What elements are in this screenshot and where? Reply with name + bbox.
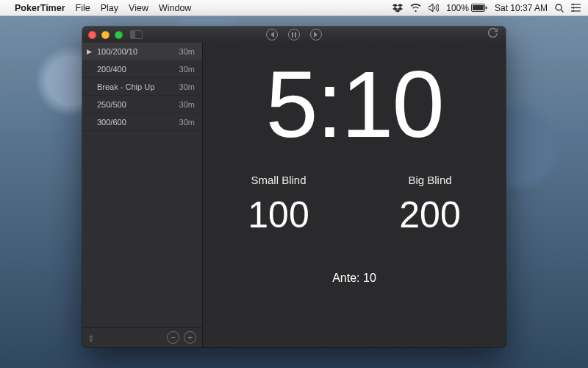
app-menu[interactable]: PokerTimer (15, 3, 65, 13)
level-duration: 30m (179, 82, 195, 91)
window-close-button[interactable] (88, 31, 96, 39)
small-blind-value: 100 (203, 194, 354, 236)
levels-list: ▶ 100/200/10 30m 200/400 30m Break - Chi… (82, 43, 202, 327)
svg-rect-11 (292, 32, 293, 38)
level-label: 100/200/10 (96, 47, 179, 56)
previous-level-button[interactable] (266, 29, 278, 40)
big-blind-label: Big Blind (354, 174, 506, 186)
app-window: ▶ 100/200/10 30m 200/400 30m Break - Chi… (82, 26, 506, 347)
current-level-indicator-icon: ▶ (87, 48, 96, 55)
system-menubar: PokerTimer File Play View Window 100% Sa… (0, 0, 588, 16)
svg-point-10 (573, 10, 574, 12)
level-label: Break - Chip Up (96, 82, 179, 91)
level-label: 250/500 (96, 100, 179, 109)
level-duration: 30m (179, 47, 195, 56)
edit-icon[interactable]: ✎ (85, 333, 97, 346)
notification-center-icon[interactable] (571, 4, 581, 12)
pause-button[interactable] (288, 29, 300, 40)
sidebar-toggle-button[interactable] (130, 30, 143, 39)
level-row[interactable]: Break - Chip Up 30m (82, 78, 202, 96)
level-row[interactable]: 250/500 30m (82, 96, 202, 113)
battery-percent: 100% (446, 3, 469, 13)
level-row[interactable]: ▶ 100/200/10 30m (82, 43, 202, 60)
menu-file[interactable]: File (76, 3, 90, 13)
svg-line-4 (561, 10, 564, 13)
level-duration: 30m (179, 100, 195, 109)
level-label: 300/600 (96, 118, 179, 127)
remove-level-button[interactable]: − (167, 331, 179, 344)
svg-rect-1 (473, 5, 484, 10)
menubar-clock[interactable]: Sat 10:37 AM (495, 3, 548, 13)
svg-rect-12 (295, 32, 296, 38)
level-row[interactable]: 300/600 30m (82, 113, 202, 131)
big-blind-value: 200 (354, 194, 506, 236)
menu-play[interactable]: Play (101, 3, 118, 13)
level-duration: 30m (179, 118, 195, 127)
level-duration: 30m (179, 65, 195, 74)
add-level-button[interactable]: + (184, 331, 196, 344)
dropbox-icon[interactable] (392, 4, 403, 13)
ante-text: Ante: 10 (332, 272, 376, 285)
svg-point-8 (573, 4, 574, 5)
timer-pane: 5:10 Small Blind 100 Big Blind 200 Ante:… (203, 43, 506, 347)
window-minimize-button[interactable] (101, 31, 110, 39)
next-level-button[interactable] (310, 29, 322, 40)
svg-point-3 (556, 4, 562, 10)
window-zoom-button[interactable] (115, 31, 123, 39)
sidebar-footer: ✎ − + (82, 327, 202, 347)
spotlight-icon[interactable] (555, 4, 564, 13)
level-label: 200/400 (96, 65, 179, 74)
menu-window[interactable]: Window (159, 3, 191, 13)
countdown-clock: 5:10 (265, 57, 442, 152)
levels-sidebar: ▶ 100/200/10 30m 200/400 30m Break - Chi… (82, 43, 203, 347)
reset-button[interactable] (487, 28, 498, 42)
battery-indicator[interactable]: 100% (446, 3, 487, 13)
small-blind-label: Small Blind (203, 174, 354, 186)
window-titlebar[interactable] (82, 26, 506, 43)
svg-rect-2 (485, 7, 487, 10)
wifi-icon[interactable] (410, 4, 421, 12)
menu-view[interactable]: View (129, 3, 148, 13)
volume-icon[interactable] (429, 4, 439, 12)
svg-point-9 (573, 7, 574, 8)
level-row[interactable]: 200/400 30m (82, 60, 202, 78)
